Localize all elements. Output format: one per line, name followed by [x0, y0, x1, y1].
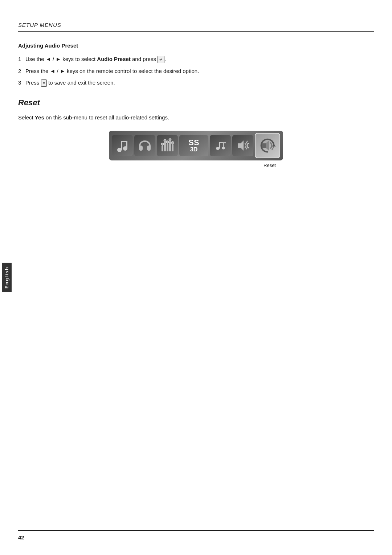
- svg-marker-21: [238, 140, 244, 151]
- reset-heading: Reset: [18, 98, 374, 107]
- svg-point-12: [166, 140, 169, 143]
- svg-rect-16: [219, 142, 220, 148]
- audio-icon-equalizer: [157, 135, 178, 156]
- svg-point-15: [216, 147, 220, 150]
- section-title: Setup Menus: [18, 22, 374, 28]
- svg-marker-27: [272, 144, 276, 147]
- svg-point-20: [224, 142, 226, 143]
- svg-rect-2: [121, 141, 122, 150]
- step-3: 3 Press ≡ to save and exit the screen.: [18, 79, 374, 87]
- arrow-left-2-icon: ◄: [50, 68, 56, 74]
- svg-point-0: [117, 148, 122, 152]
- svg-rect-4: [126, 141, 127, 148]
- svg-point-10: [161, 143, 164, 145]
- audio-icon-soundwave: [210, 135, 231, 156]
- arrow-right-2-icon: ►: [60, 68, 65, 74]
- step-3-number: 3: [18, 79, 21, 87]
- step-1-text: Use the ◄ / ► keys to select Audio Prese…: [25, 56, 166, 62]
- audio-strip: SS 3D: [109, 131, 283, 160]
- svg-rect-7: [167, 143, 168, 151]
- svg-point-19: [222, 147, 225, 149]
- enter-icon: ↵: [158, 56, 164, 64]
- 3d-text: 3D: [190, 147, 197, 152]
- svg-rect-5: [162, 146, 163, 151]
- svg-point-13: [169, 138, 171, 141]
- step-1-number: 1: [18, 55, 21, 64]
- menu-icon: ≡: [41, 79, 47, 87]
- svg-rect-3: [121, 141, 126, 142]
- reset-description: Select Yes on this sub-menu to reset all…: [18, 113, 374, 122]
- svg-rect-9: [172, 144, 173, 151]
- arrow-right-icon: ►: [56, 56, 61, 62]
- adjusting-audio-preset-section: Adjusting Audio Preset 1 Use the ◄ / ► k…: [18, 42, 374, 87]
- svg-point-22: [247, 140, 248, 142]
- footer: 42: [18, 530, 374, 540]
- audio-icon-speaker: [232, 135, 253, 156]
- reset-section: Reset Select Yes on this sub-menu to res…: [18, 98, 374, 168]
- svg-rect-8: [169, 141, 171, 151]
- step-2-number: 2: [18, 67, 21, 76]
- language-tab: English: [0, 0, 13, 555]
- svg-point-24: [248, 147, 249, 148]
- svg-point-11: [164, 139, 166, 142]
- svg-marker-25: [262, 143, 266, 148]
- step-1: 1 Use the ◄ / ► keys to select Audio Pre…: [18, 55, 374, 64]
- step-2: 2 Press the ◄ / ► keys on the remote con…: [18, 67, 374, 76]
- audio-strip-container: SS 3D: [18, 131, 374, 168]
- audio-icon-ss3d: SS 3D: [179, 135, 208, 156]
- steps-list: 1 Use the ◄ / ► keys to select Audio Pre…: [18, 55, 374, 87]
- page-number: 42: [18, 534, 24, 540]
- arrow-left-icon: ◄: [46, 56, 51, 62]
- ss-text: SS: [188, 139, 199, 147]
- svg-rect-6: [164, 142, 166, 151]
- svg-point-23: [248, 143, 249, 144]
- audio-icon-reset: [255, 133, 280, 158]
- reset-caption: Reset: [264, 163, 276, 168]
- step-3-text: Press ≡ to save and exit the screen.: [25, 79, 115, 86]
- svg-marker-26: [266, 140, 269, 151]
- audio-icon-music: [112, 135, 133, 156]
- step-2-text: Press the ◄ / ► keys on the remote contr…: [25, 68, 199, 74]
- language-label: English: [2, 263, 12, 292]
- adjusting-audio-preset-heading: Adjusting Audio Preset: [18, 42, 374, 49]
- svg-rect-18: [223, 142, 224, 147]
- header-section: Setup Menus: [18, 22, 374, 32]
- audio-icon-headphones: [134, 135, 155, 156]
- svg-rect-17: [219, 142, 223, 143]
- svg-point-14: [171, 141, 174, 144]
